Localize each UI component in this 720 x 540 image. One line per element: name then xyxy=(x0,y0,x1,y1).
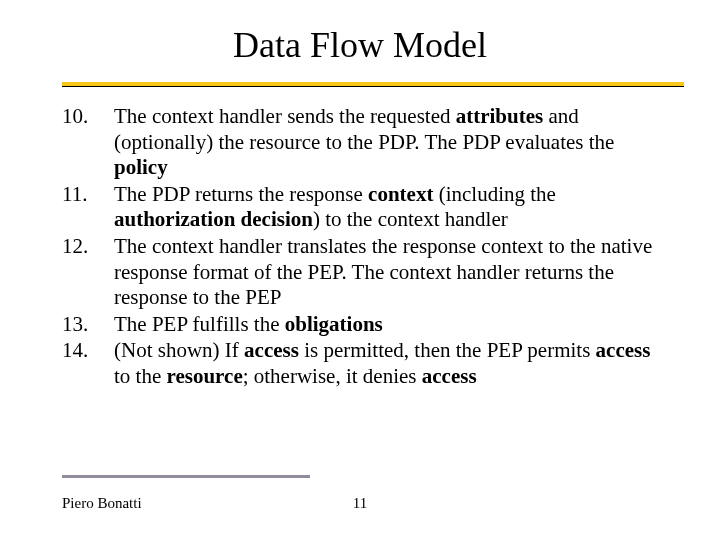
slide: Data Flow Model 10. The context handler … xyxy=(0,0,720,540)
item-text: The PEP fulfills the obligations xyxy=(104,312,660,338)
item-text: The context handler translates the respo… xyxy=(104,234,660,311)
slide-body: 10. The context handler sends the reques… xyxy=(62,104,660,391)
item-number: 12. xyxy=(62,234,104,311)
item-number: 11. xyxy=(62,182,104,233)
footer-page-number: 11 xyxy=(0,495,720,512)
footer-separator xyxy=(62,475,310,478)
list-item: 12. The context handler translates the r… xyxy=(62,234,660,311)
item-text: The context handler sends the requested … xyxy=(104,104,660,181)
list-item: 13. The PEP fulfills the obligations xyxy=(62,312,660,338)
item-text: The PDP returns the response context (in… xyxy=(104,182,660,233)
item-number: 14. xyxy=(62,338,104,389)
list-item: 10. The context handler sends the reques… xyxy=(62,104,660,181)
slide-title: Data Flow Model xyxy=(0,24,720,66)
list-item: 14. (Not shown) If access is permitted, … xyxy=(62,338,660,389)
separator-thin xyxy=(62,86,684,87)
item-text: (Not shown) If access is permitted, then… xyxy=(104,338,660,389)
item-number: 10. xyxy=(62,104,104,181)
list-item: 11. The PDP returns the response context… xyxy=(62,182,660,233)
item-number: 13. xyxy=(62,312,104,338)
